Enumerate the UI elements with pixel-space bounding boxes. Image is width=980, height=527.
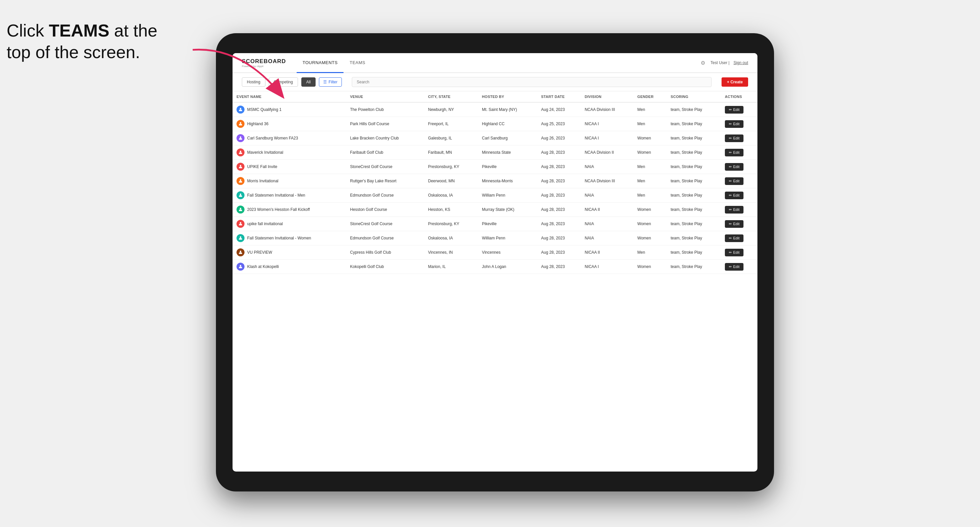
cell-hosted-by-0: Mt. Saint Mary (NY) [478,102,537,117]
event-name-text-1: Highland 36 [247,122,269,126]
edit-icon-5: ✏ [729,179,732,183]
col-start-date: START DATE [537,91,581,102]
event-name-text-11: Klash at Kokopelli [247,264,279,269]
nav-teams[interactable]: TEAMS [344,53,371,73]
search-input[interactable] [352,77,712,87]
cell-gender-4: Men [633,160,667,174]
event-icon-10 [237,248,245,256]
cell-scoring-0: team, Stroke Play [667,102,721,117]
col-scoring: SCORING [667,91,721,102]
cell-division-8: NAIA [581,217,633,231]
cell-scoring-11: team, Stroke Play [667,260,721,274]
table-row: Morris Invitational Ruttger's Bay Lake R… [232,174,757,188]
cell-hosted-by-3: Minnesota State [478,146,537,160]
create-button[interactable]: + Create [722,77,748,87]
cell-gender-10: Men [633,245,667,260]
cell-hosted-by-4: Pikeville [478,160,537,174]
cell-venue-10: Cypress Hills Golf Club [346,245,424,260]
event-icon-1 [237,120,245,128]
cell-hosted-by-6: William Penn [478,188,537,203]
cell-city-state-5: Deerwood, MN [424,174,478,188]
cell-event-name-1: Highland 36 [232,117,346,131]
cell-city-state-1: Freeport, IL [424,117,478,131]
edit-button-1[interactable]: ✏ Edit [725,120,743,128]
event-icon-5 [237,177,245,185]
edit-button-7[interactable]: ✏ Edit [725,206,743,214]
cell-scoring-4: team, Stroke Play [667,160,721,174]
cell-scoring-2: team, Stroke Play [667,131,721,146]
table-row: MSMC Qualifying 1 The Powelton Club Newb… [232,102,757,117]
cell-hosted-by-5: Minnesota-Morris [478,174,537,188]
nav-tournaments[interactable]: TOURNAMENTS [297,53,344,73]
tab-hosting[interactable]: Hosting [242,77,266,87]
cell-start-date-9: Aug 28, 2023 [537,231,581,245]
cell-division-3: NCAA Division II [581,146,633,160]
tab-competing[interactable]: Competing [269,77,298,87]
logo-area: SCOREBOARD Powered by clippit [242,58,286,68]
table-row: Maverick Invitational Faribault Golf Clu… [232,146,757,160]
event-name-text-4: UPIKE Fall Invite [247,164,277,169]
cell-gender-7: Women [633,203,667,217]
cell-actions-11: ✏ Edit [721,260,757,274]
edit-icon-10: ✏ [729,251,732,255]
table-row: UPIKE Fall Invite StoneCrest Golf Course… [232,160,757,174]
cell-start-date-1: Aug 25, 2023 [537,117,581,131]
cell-actions-9: ✏ Edit [721,231,757,245]
cell-gender-9: Women [633,231,667,245]
cell-hosted-by-10: Vincennes [478,245,537,260]
tab-all[interactable]: All [301,77,316,87]
cell-start-date-11: Aug 28, 2023 [537,260,581,274]
event-name-text-10: VU PREVIEW [247,250,272,255]
filter-button[interactable]: ☰ Filter [319,77,342,87]
table-row: upike fall invitational StoneCrest Golf … [232,217,757,231]
cell-city-state-10: Vincennes, IN [424,245,478,260]
cell-actions-2: ✏ Edit [721,131,757,146]
table-row: Fall Statesmen Invitational - Men Edmund… [232,188,757,203]
cell-division-7: NICAA II [581,203,633,217]
instruction-text: Click TEAMS at thetop of the screen. [6,20,158,63]
cell-division-11: NICAA I [581,260,633,274]
cell-hosted-by-2: Carl Sandburg [478,131,537,146]
settings-icon[interactable]: ⚙ [699,59,706,67]
cell-venue-4: StoneCrest Golf Course [346,160,424,174]
col-city-state: CITY, STATE [424,91,478,102]
signout-link[interactable]: Sign out [733,60,748,65]
event-icon-11 [237,263,245,271]
edit-icon-3: ✏ [729,151,732,155]
col-hosted-by: HOSTED BY [478,91,537,102]
cell-division-4: NAIA [581,160,633,174]
cell-start-date-5: Aug 28, 2023 [537,174,581,188]
cell-event-name-6: Fall Statesmen Invitational - Men [232,188,346,203]
user-info: Test User | [711,60,730,65]
edit-icon-1: ✏ [729,122,732,126]
cell-hosted-by-11: John A Logan [478,260,537,274]
cell-actions-6: ✏ Edit [721,188,757,203]
edit-button-3[interactable]: ✏ Edit [725,149,743,156]
cell-actions-5: ✏ Edit [721,174,757,188]
event-name-text-6: Fall Statesmen Invitational - Men [247,193,305,198]
cell-venue-2: Lake Bracken Country Club [346,131,424,146]
cell-start-date-7: Aug 28, 2023 [537,203,581,217]
cell-division-10: NICAA II [581,245,633,260]
edit-button-9[interactable]: ✏ Edit [725,235,743,242]
cell-actions-1: ✏ Edit [721,117,757,131]
table-row: 2023 Women's Hesston Fall Kickoff Hessto… [232,203,757,217]
cell-city-state-3: Faribault, MN [424,146,478,160]
edit-button-2[interactable]: ✏ Edit [725,135,743,142]
edit-button-8[interactable]: ✏ Edit [725,220,743,228]
logo-sub: Powered by clippit [242,65,286,68]
event-icon-6 [237,191,245,199]
edit-button-10[interactable]: ✏ Edit [725,249,743,256]
table-row: Highland 36 Park Hills Golf Course Freep… [232,117,757,131]
col-venue: VENUE [346,91,424,102]
edit-button-4[interactable]: ✏ Edit [725,163,743,171]
svg-point-8 [240,208,242,210]
cell-start-date-8: Aug 28, 2023 [537,217,581,231]
cell-venue-9: Edmundson Golf Course [346,231,424,245]
edit-button-5[interactable]: ✏ Edit [725,177,743,185]
edit-button-6[interactable]: ✏ Edit [725,192,743,199]
event-name-text-9: Fall Statesmen Invitational - Women [247,236,311,240]
cell-event-name-0: MSMC Qualifying 1 [232,102,346,117]
edit-button-0[interactable]: ✏ Edit [725,106,743,114]
edit-button-11[interactable]: ✏ Edit [725,263,743,271]
